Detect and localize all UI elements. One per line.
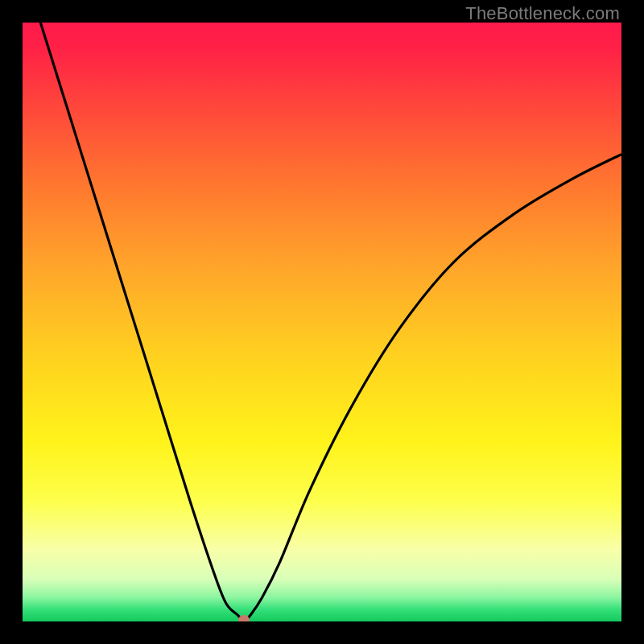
watermark-label: TheBottleneck.com — [465, 3, 620, 24]
bottleneck-curve — [23, 23, 621, 621]
chart-frame: TheBottleneck.com — [0, 0, 644, 644]
minimum-marker-icon — [238, 615, 250, 621]
plot-area — [23, 23, 621, 621]
